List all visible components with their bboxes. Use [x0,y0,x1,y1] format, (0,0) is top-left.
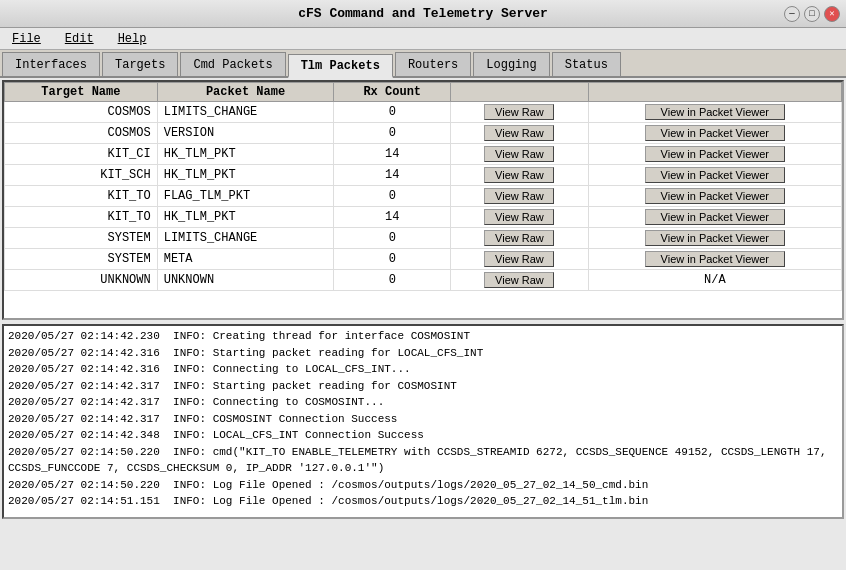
log-line: 2020/05/27 02:14:51.151 INFO: Log File O… [8,493,838,510]
table-row: SYSTEMLIMITS_CHANGE0View RawView in Pack… [5,228,842,249]
cell-count: 14 [334,165,451,186]
cell-view-raw: View Raw [451,144,588,165]
col-view-packet [588,83,841,102]
col-target: Target Name [5,83,158,102]
tab-tlm-packets[interactable]: Tlm Packets [288,54,393,78]
cell-target: UNKNOWN [5,270,158,291]
view-raw-button[interactable]: View Raw [484,209,554,225]
cell-view-packet: View in Packet Viewer [588,228,841,249]
log-line: 2020/05/27 02:14:42.348 INFO: LOCAL_CFS_… [8,427,838,444]
menu-edit[interactable]: Edit [61,31,98,47]
cell-view-raw: View Raw [451,123,588,144]
log-line: 2020/05/27 02:14:42.316 INFO: Starting p… [8,345,838,362]
cell-count: 0 [334,228,451,249]
tab-routers[interactable]: Routers [395,52,471,76]
cell-view-packet: View in Packet Viewer [588,249,841,270]
cell-count: 14 [334,144,451,165]
view-raw-button[interactable]: View Raw [484,188,554,204]
cell-packet: HK_TLM_PKT [157,165,334,186]
cell-view-raw: View Raw [451,270,588,291]
main-content: Target Name Packet Name Rx Count COSMOSL… [0,78,846,570]
tab-cmd-packets[interactable]: Cmd Packets [180,52,285,76]
table-row: KIT_CIHK_TLM_PKT14View RawView in Packet… [5,144,842,165]
minimize-button[interactable]: — [784,6,800,22]
cell-packet: VERSION [157,123,334,144]
cell-view-packet: View in Packet Viewer [588,165,841,186]
tab-targets[interactable]: Targets [102,52,178,76]
cell-view-raw: View Raw [451,102,588,123]
cell-view-packet: View in Packet Viewer [588,186,841,207]
col-view-raw [451,83,588,102]
log-line: 2020/05/27 02:14:42.317 INFO: Starting p… [8,378,838,395]
view-packet-viewer-button[interactable]: View in Packet Viewer [645,230,785,246]
table-row: KIT_TOHK_TLM_PKT14View RawView in Packet… [5,207,842,228]
col-count: Rx Count [334,83,451,102]
log-line: 2020/05/27 02:14:42.230 INFO: Creating t… [8,328,838,345]
col-packet: Packet Name [157,83,334,102]
view-packet-viewer-button[interactable]: View in Packet Viewer [645,209,785,225]
table-row: KIT_TOFLAG_TLM_PKT0View RawView in Packe… [5,186,842,207]
table-row: SYSTEMMETA0View RawView in Packet Viewer [5,249,842,270]
view-raw-button[interactable]: View Raw [484,125,554,141]
cell-target: KIT_CI [5,144,158,165]
log-line: 2020/05/27 02:14:42.317 INFO: Connecting… [8,394,838,411]
view-raw-button[interactable]: View Raw [484,146,554,162]
cell-packet: FLAG_TLM_PKT [157,186,334,207]
table-row: UNKNOWNUNKNOWN0View RawN/A [5,270,842,291]
view-raw-button[interactable]: View Raw [484,167,554,183]
cell-view-raw: View Raw [451,249,588,270]
cell-view-packet: View in Packet Viewer [588,102,841,123]
cell-packet: UNKNOWN [157,270,334,291]
view-packet-viewer-button[interactable]: View in Packet Viewer [645,251,785,267]
tlm-packets-table-container[interactable]: Target Name Packet Name Rx Count COSMOSL… [2,80,844,320]
log-line: 2020/05/27 02:14:50.220 INFO: cmd("KIT_T… [8,444,838,477]
view-raw-button[interactable]: View Raw [484,272,554,288]
window-controls: — □ ✕ [784,6,840,22]
tlm-packets-table: Target Name Packet Name Rx Count COSMOSL… [4,82,842,291]
cell-count: 0 [334,102,451,123]
log-line: 2020/05/27 02:14:42.317 INFO: COSMOSINT … [8,411,838,428]
tab-logging[interactable]: Logging [473,52,549,76]
table-row: COSMOSVERSION0View RawView in Packet Vie… [5,123,842,144]
menu-file[interactable]: File [8,31,45,47]
view-raw-button[interactable]: View Raw [484,104,554,120]
cell-target: KIT_TO [5,207,158,228]
cell-packet: HK_TLM_PKT [157,207,334,228]
view-raw-button[interactable]: View Raw [484,230,554,246]
cell-view-packet: View in Packet Viewer [588,144,841,165]
cell-view-raw: View Raw [451,165,588,186]
cell-target: SYSTEM [5,228,158,249]
cell-count: 0 [334,270,451,291]
close-button[interactable]: ✕ [824,6,840,22]
log-container[interactable]: 2020/05/27 02:14:42.230 INFO: Creating t… [2,324,844,519]
cell-view-packet: View in Packet Viewer [588,207,841,228]
tab-status[interactable]: Status [552,52,621,76]
view-packet-viewer-button[interactable]: View in Packet Viewer [645,188,785,204]
cell-view-raw: View Raw [451,228,588,249]
view-raw-button[interactable]: View Raw [484,251,554,267]
table-row: COSMOSLIMITS_CHANGE0View RawView in Pack… [5,102,842,123]
view-packet-viewer-button[interactable]: View in Packet Viewer [645,146,785,162]
cell-packet: LIMITS_CHANGE [157,102,334,123]
view-packet-viewer-button[interactable]: View in Packet Viewer [645,167,785,183]
restore-button[interactable]: □ [804,6,820,22]
cell-view-packet: N/A [588,270,841,291]
tab-interfaces[interactable]: Interfaces [2,52,100,76]
cell-target: COSMOS [5,102,158,123]
cell-count: 0 [334,186,451,207]
cell-count: 0 [334,123,451,144]
log-line: 2020/05/27 02:14:50.220 INFO: Log File O… [8,477,838,494]
cell-target: SYSTEM [5,249,158,270]
cell-view-raw: View Raw [451,207,588,228]
cell-count: 14 [334,207,451,228]
menu-help[interactable]: Help [114,31,151,47]
cell-view-raw: View Raw [451,186,588,207]
cell-target: COSMOS [5,123,158,144]
table-row: KIT_SCHHK_TLM_PKT14View RawView in Packe… [5,165,842,186]
view-packet-viewer-button[interactable]: View in Packet Viewer [645,104,785,120]
cell-count: 0 [334,249,451,270]
cell-target: KIT_SCH [5,165,158,186]
cell-packet: HK_TLM_PKT [157,144,334,165]
cell-view-packet: View in Packet Viewer [588,123,841,144]
view-packet-viewer-button[interactable]: View in Packet Viewer [645,125,785,141]
